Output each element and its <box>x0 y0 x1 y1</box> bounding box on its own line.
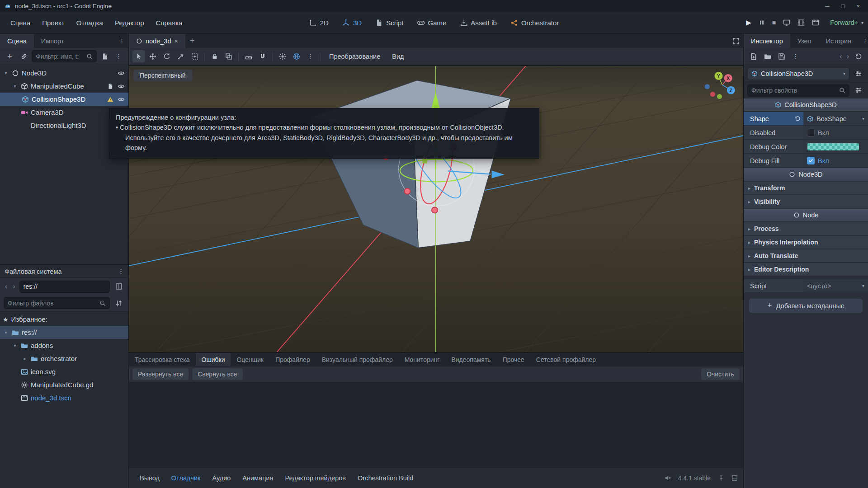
scale-tool-button[interactable] <box>175 50 187 62</box>
dbg-tab-misc[interactable]: Прочее <box>497 353 530 366</box>
group-auto-translate[interactable]: ▸Auto Translate <box>744 249 868 263</box>
expand-bottom-panel-icon[interactable] <box>731 475 738 481</box>
dbg-tab-stacktrace[interactable]: Трассировка стека <box>129 353 196 366</box>
bb-debugger[interactable]: Отладчик <box>166 471 206 485</box>
tab-import[interactable]: Импорт <box>34 34 71 48</box>
file-sort-button[interactable] <box>113 297 125 309</box>
load-resource-button[interactable] <box>761 50 774 62</box>
add-scene-tab-button[interactable]: + <box>185 34 199 48</box>
workspace-orchestrator[interactable]: Orchestrator <box>510 19 559 27</box>
collapse-all-button[interactable]: Свернуть все <box>192 368 242 380</box>
add-node-button[interactable]: + <box>4 50 16 62</box>
bb-orchestration-build[interactable]: Orchestration Build <box>352 471 419 485</box>
tree-node-node3d[interactable]: ▾ Node3D <box>0 66 128 80</box>
collapse-arrow-icon[interactable]: ▾ <box>12 343 18 348</box>
select-tool-button[interactable] <box>132 50 145 62</box>
inspector-dock-menu-icon[interactable]: ⋮ <box>862 38 868 44</box>
axis-neg-y-ball[interactable] <box>717 94 722 99</box>
dbg-tab-monitors[interactable]: Мониторинг <box>399 353 446 366</box>
workspace-3d[interactable]: 3D <box>342 19 362 27</box>
category-collisionshape3d[interactable]: CollisionShape3D <box>744 99 868 112</box>
script-value-dropdown[interactable]: <пусто> ▾ <box>803 279 868 292</box>
plane-handle-green[interactable] <box>422 159 427 164</box>
pause-button[interactable] <box>759 19 765 26</box>
property-filter-input[interactable] <box>751 87 836 94</box>
tree-node-collisionshape3d[interactable]: CollisionShape3D <box>0 93 128 106</box>
tab-node[interactable]: Узел <box>790 34 819 48</box>
dbg-tab-visual-profiler[interactable]: Визуальный профайлер <box>316 353 399 366</box>
workspace-assetlib[interactable]: AssetLib <box>460 19 497 27</box>
attached-script-icon[interactable] <box>107 83 113 89</box>
axis-neg-x-ball[interactable] <box>710 92 715 97</box>
lock-button[interactable] <box>208 50 221 62</box>
ruler-button[interactable] <box>242 50 255 62</box>
property-tools-button[interactable] <box>852 84 864 97</box>
mute-speaker-icon[interactable] <box>665 475 671 481</box>
pin-bottom-panel-icon[interactable] <box>718 475 724 481</box>
disabled-checkbox[interactable] <box>807 129 815 136</box>
fs-item-addons[interactable]: ▾ addons <box>0 339 128 352</box>
movie-maker-icon[interactable] <box>812 19 819 26</box>
close-tab-icon[interactable]: × <box>174 38 178 44</box>
scene-tree-menu-button[interactable]: ⋮ <box>113 50 125 62</box>
group-button[interactable] <box>222 50 235 62</box>
category-node3d[interactable]: Node3D <box>744 168 868 182</box>
rotate-tool-button[interactable] <box>160 50 173 62</box>
attach-script-button[interactable] <box>99 50 111 62</box>
debug-fill-checkbox[interactable] <box>807 157 815 164</box>
snap-button[interactable] <box>256 50 269 62</box>
collapse-arrow-icon[interactable]: ▾ <box>3 330 9 335</box>
fs-item-orchestrator[interactable]: ▸ orchestrator <box>0 352 128 365</box>
category-node[interactable]: Node <box>744 209 868 222</box>
collapse-arrow-icon[interactable]: ▸ <box>22 356 28 361</box>
toggle-split-mode-button[interactable] <box>113 281 125 293</box>
history-forward-icon[interactable]: › <box>845 52 850 61</box>
node-warning-icon[interactable] <box>107 96 113 103</box>
play-button[interactable]: ▶ <box>746 19 751 27</box>
object-history-button[interactable] <box>852 50 864 62</box>
sun-toggle-button[interactable] <box>276 50 288 62</box>
menu-scene[interactable]: Сцена <box>5 16 36 30</box>
clear-button[interactable]: Очистить <box>701 368 740 380</box>
visibility-eye-icon[interactable] <box>118 96 125 103</box>
dbg-tab-profiler[interactable]: Профайлер <box>269 353 316 366</box>
group-process[interactable]: ▸Process <box>744 222 868 236</box>
collapse-arrow-icon[interactable]: ▾ <box>12 84 18 89</box>
dbg-tab-network-profiler[interactable]: Сетевой профайлер <box>530 353 602 366</box>
close-button[interactable]: × <box>856 3 860 9</box>
workspace-script[interactable]: Script <box>375 19 403 27</box>
fs-item-manipulatedcube-gd[interactable]: ManipulatedCube.gd <box>0 378 128 391</box>
bb-animation[interactable]: Анимация <box>237 471 278 485</box>
environment-toggle-button[interactable] <box>290 50 302 62</box>
filesystem-menu-icon[interactable]: ⋮ <box>118 268 124 274</box>
add-metadata-button[interactable]: + Добавить метаданные <box>749 299 863 313</box>
dbg-tab-errors[interactable]: Ошибки <box>196 353 231 366</box>
group-physics-interpolation[interactable]: ▸Physics Interpolation <box>744 236 868 249</box>
menu-editor[interactable]: Редактор <box>109 16 150 30</box>
group-visibility[interactable]: ▸Visibility <box>744 195 868 209</box>
sun-env-menu-button[interactable]: ⋮ <box>304 50 316 62</box>
menu-debug[interactable]: Отладка <box>71 16 109 30</box>
workspace-2d[interactable]: 2D <box>309 19 329 27</box>
history-back-icon[interactable]: ‹ <box>838 52 843 61</box>
favorites-row[interactable]: ★ Избранное: <box>0 313 128 326</box>
axis-neg-z-ball[interactable] <box>705 84 710 89</box>
bb-output[interactable]: Вывод <box>134 471 165 485</box>
tab-history[interactable]: История <box>819 34 859 48</box>
move-tool-button[interactable] <box>146 50 159 62</box>
file-filter-input[interactable] <box>8 300 97 307</box>
menu-project[interactable]: Проект <box>36 16 70 30</box>
dbg-tab-evaluator[interactable]: Оценщик <box>231 353 269 366</box>
edited-object-select[interactable]: CollisionShape3D ▾ <box>747 67 849 80</box>
save-resource-button[interactable] <box>775 50 788 62</box>
tab-scene[interactable]: Сцена <box>0 34 34 48</box>
instance-scene-button[interactable] <box>18 50 30 62</box>
menu-help[interactable]: Справка <box>150 16 189 30</box>
fs-item-icon-svg[interactable]: icon.svg <box>0 365 128 378</box>
revert-icon[interactable] <box>795 116 801 122</box>
distraction-free-icon[interactable] <box>732 38 740 45</box>
property-shape-value[interactable]: BoxShape ▾ <box>803 112 868 125</box>
collapse-arrow-icon[interactable]: ▾ <box>3 70 9 75</box>
fs-item-node3d-tscn[interactable]: node_3d.tscn <box>0 391 128 404</box>
visibility-eye-icon[interactable] <box>118 70 125 77</box>
